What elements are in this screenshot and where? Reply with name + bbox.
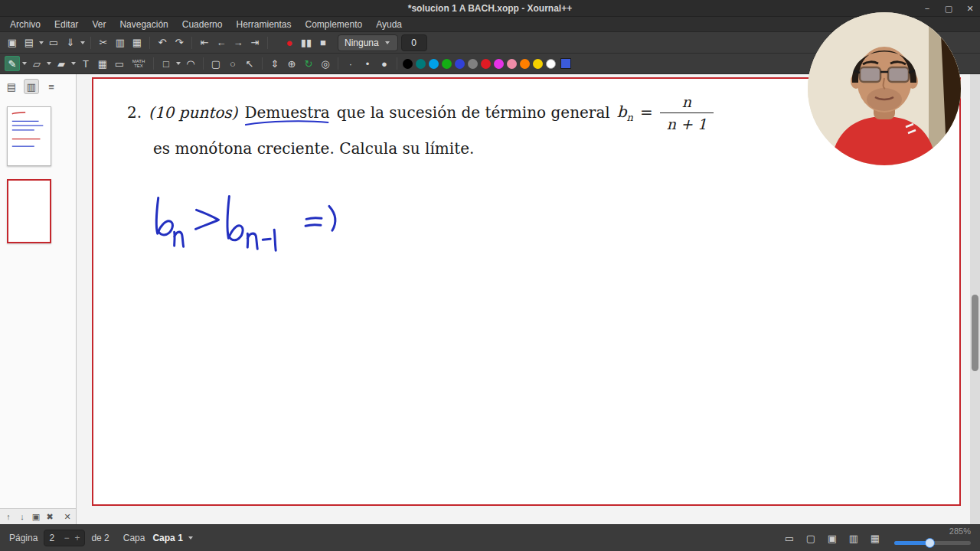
- layers-list-tab-icon[interactable]: ≡: [44, 79, 59, 94]
- color-swatch-magenta[interactable]: [494, 59, 504, 69]
- move-page-up-button[interactable]: ↑: [2, 510, 15, 523]
- menu-navegacion[interactable]: Navegación: [113, 19, 175, 30]
- record-audio-button[interactable]: ●: [282, 35, 297, 51]
- fullscreen-mode-button[interactable]: ▢: [803, 530, 818, 546]
- page-preview-tab-icon[interactable]: ▤: [4, 79, 19, 94]
- layer-combobox[interactable]: Capa 1: [152, 533, 194, 543]
- menu-archivo[interactable]: Archivo: [3, 19, 47, 30]
- width-thick-button[interactable]: ●: [377, 56, 392, 71]
- eraser-tool-button[interactable]: ▱: [29, 56, 44, 71]
- maximize-button[interactable]: ▢: [943, 4, 954, 14]
- sidebar-close-button[interactable]: ✕: [61, 510, 74, 523]
- undo-button[interactable]: ↶: [155, 35, 170, 51]
- color-swatch-yellow[interactable]: [533, 59, 543, 69]
- shapes-button[interactable]: □: [158, 56, 174, 71]
- color-swatch-gray[interactable]: [468, 59, 478, 69]
- page-1-thumbnail[interactable]: [7, 106, 51, 166]
- stop-audio-button[interactable]: ■: [315, 35, 331, 51]
- presentation-mode-button[interactable]: ▭: [782, 530, 797, 546]
- pen-tool-button[interactable]: ✎: [5, 56, 20, 71]
- menu-ver[interactable]: Ver: [85, 19, 113, 30]
- new-document-button[interactable]: ▤: [21, 35, 37, 51]
- toolbar-separator: [397, 57, 397, 70]
- vertical-space-button[interactable]: ⇕: [267, 56, 283, 71]
- delete-page-button[interactable]: ✖: [44, 510, 56, 523]
- color-swatch-orange[interactable]: [520, 59, 530, 69]
- color-swatch-lightblue[interactable]: [429, 59, 439, 69]
- dropdown-caret-icon[interactable]: [47, 62, 51, 65]
- export-button[interactable]: ⇓: [63, 35, 78, 51]
- save-button[interactable]: ▣: [5, 35, 20, 51]
- paste-button[interactable]: ▦: [129, 35, 145, 51]
- xournalpp-window: *solucion 1 A BACH.xopp - Xournal++ − ▢ …: [0, 0, 980, 551]
- vertical-scrollbar[interactable]: [970, 74, 980, 524]
- first-page-button[interactable]: ⇤: [197, 35, 212, 51]
- titlebar: *solucion 1 A BACH.xopp - Xournal++ − ▢ …: [0, 0, 980, 17]
- dropdown-caret-icon[interactable]: [176, 62, 181, 65]
- problem-statement: 2. (10 puntos) Demuestra que la sucesión…: [127, 88, 714, 158]
- toolbar-separator: [338, 57, 338, 70]
- last-page-button[interactable]: ⇥: [247, 35, 263, 51]
- text-tool-button[interactable]: T: [78, 56, 93, 71]
- color-picker-button[interactable]: [560, 58, 571, 69]
- menu-complemento[interactable]: Complemento: [299, 19, 370, 30]
- color-swatch-blue[interactable]: [455, 59, 465, 69]
- toolbar-separator: [267, 37, 268, 49]
- math-tex-button[interactable]: MATH TEX: [129, 56, 149, 71]
- previous-page-button[interactable]: ←: [214, 35, 229, 51]
- color-swatch-teal[interactable]: [416, 59, 426, 69]
- grid-view-button[interactable]: ▦: [867, 530, 883, 546]
- copy-page-button[interactable]: ▣: [30, 510, 42, 523]
- menu-editar[interactable]: Editar: [47, 19, 85, 30]
- color-swatch-red[interactable]: [481, 59, 491, 69]
- page-layout-button[interactable]: ▥: [846, 530, 861, 546]
- redo-button[interactable]: ↷: [172, 35, 187, 51]
- page-decrement-button[interactable]: −: [64, 533, 69, 543]
- spline-button[interactable]: ◠: [183, 56, 198, 71]
- open-button[interactable]: ▭: [46, 35, 61, 51]
- scrollbar-thumb[interactable]: [972, 295, 978, 371]
- menu-herramientas[interactable]: Herramientas: [229, 19, 298, 30]
- dropdown-caret-icon[interactable]: [71, 62, 76, 65]
- select-lasso-button[interactable]: ○: [225, 56, 240, 71]
- zoom-slider-knob[interactable]: [925, 538, 935, 548]
- page-increment-button[interactable]: +: [74, 533, 80, 543]
- color-swatch-pink[interactable]: [507, 59, 517, 69]
- shape-recognizer-button[interactable]: ↻: [301, 56, 316, 71]
- hand-tool-button[interactable]: ⊕: [284, 56, 299, 71]
- copy-button[interactable]: ▥: [113, 35, 128, 51]
- sidebar: ▤ ▥ ≡ ↑ ↓ ▣ ✖ ✕: [0, 74, 77, 524]
- page-2-thumbnail-selected[interactable]: [7, 179, 51, 243]
- zoom-slider[interactable]: [894, 541, 971, 545]
- minimize-button[interactable]: −: [922, 4, 933, 13]
- image-tool-button[interactable]: ▦: [95, 56, 110, 71]
- line-style-combobox[interactable]: Ninguna: [338, 34, 398, 51]
- highlighter-tool-button[interactable]: ▰: [54, 56, 69, 71]
- width-medium-button[interactable]: •: [360, 56, 375, 71]
- tolerance-spinbox[interactable]: 0: [401, 34, 427, 51]
- menu-cuaderno[interactable]: Cuaderno: [175, 19, 230, 30]
- width-fine-button[interactable]: ·: [343, 56, 358, 71]
- layer-label: Capa: [123, 533, 145, 543]
- fill-button[interactable]: ◎: [318, 56, 333, 71]
- dropdown-caret-icon[interactable]: [22, 62, 27, 65]
- pause-audio-button[interactable]: ▮▮: [299, 35, 314, 51]
- cut-button[interactable]: ✂: [96, 35, 111, 51]
- ruler-tool-button[interactable]: ▭: [112, 56, 127, 71]
- menu-ayuda[interactable]: Ayuda: [369, 19, 409, 30]
- select-object-button[interactable]: ↖: [242, 56, 257, 71]
- dropdown-caret-icon[interactable]: [80, 41, 85, 44]
- zoom-control: 285%: [888, 527, 974, 549]
- layer-preview-tab-icon[interactable]: ▥: [24, 79, 39, 94]
- paired-pages-button[interactable]: ▣: [825, 530, 840, 546]
- color-swatch-white[interactable]: [546, 59, 556, 69]
- dropdown-caret-icon[interactable]: [39, 41, 44, 44]
- color-swatch-black[interactable]: [403, 59, 413, 69]
- dropdown-caret-icon: [385, 41, 390, 44]
- color-swatch-green[interactable]: [442, 59, 452, 69]
- close-button[interactable]: ✕: [965, 4, 975, 14]
- next-page-button[interactable]: →: [230, 35, 246, 51]
- move-page-down-button[interactable]: ↓: [16, 510, 28, 523]
- page-number-spinbox[interactable]: 2 − +: [44, 530, 85, 546]
- select-rectangle-button[interactable]: ▢: [208, 56, 224, 71]
